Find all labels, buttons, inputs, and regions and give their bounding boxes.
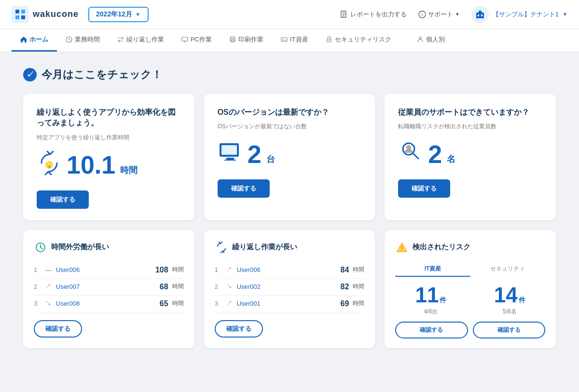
overtime-user-1[interactable]: User006 — [56, 266, 152, 273]
info-icon: i — [418, 11, 426, 18]
support-chevron-icon: ▼ — [455, 12, 460, 17]
printer-icon — [229, 36, 236, 43]
overtime-ranking-list: 1 — User006 108 時間 2 ↗ User007 68 時間 3 ↘… — [34, 262, 184, 312]
report-link[interactable]: レポートを出力する — [340, 10, 407, 19]
risk-security-sub: 5/8名 — [474, 308, 545, 316]
risk-it-col: 11 件 4/6台 — [395, 284, 466, 316]
risk-tab-it[interactable]: IT資産 — [395, 262, 470, 277]
nav-item-pc[interactable]: PC作業 — [173, 29, 221, 52]
card-employee-support-number: 2 — [428, 142, 442, 167]
overtime-user-2[interactable]: User007 — [56, 283, 156, 290]
person-icon — [417, 36, 424, 43]
check-icon: ✓ — [23, 68, 37, 81]
trend-down-icon: ↘ — [44, 299, 52, 308]
card-repeat-apps-title: 繰り返しよく使うアプリから効率化を図ってみましょう。 — [37, 107, 181, 129]
main-nav: ホーム 業務時間 繰り返し作業 PC作業 印刷作業 — [0, 29, 579, 52]
card-os-version: OSのバージョンは最新ですか？ OSバージョンが最新ではない台数 2 台 確認す… — [204, 94, 375, 220]
risk-it-sub: 4/6台 — [395, 308, 466, 316]
nav-item-individual[interactable]: 個人別 — [408, 29, 454, 52]
logo-text: wakucone — [33, 9, 79, 19]
date-label: 2022年12月 — [96, 10, 132, 19]
repeat-work-header: 繰り返し作業が長い — [215, 241, 365, 254]
repeat-user-3[interactable]: User001 — [237, 300, 337, 307]
risk-buttons: 確認する 確認する — [395, 322, 545, 338]
monitor-large-icon — [218, 139, 243, 169]
risk-security-confirm-button[interactable]: 確認する — [473, 322, 545, 338]
svg-rect-2 — [21, 10, 25, 14]
nav-item-print[interactable]: 印刷作業 — [221, 29, 272, 52]
repeat-work-confirm-button[interactable]: 確認する — [215, 320, 263, 338]
trend-up-icon-3: ↗ — [225, 299, 233, 308]
bottom-card-repeat-work: 繰り返し作業が長い 1 ↗ User006 84 時間 2 ↘ User002 … — [204, 230, 375, 348]
search-person-icon — [398, 139, 423, 169]
overtime-confirm-button[interactable]: 確認する — [34, 320, 82, 338]
main-content: ✓ 今月はここをチェック！ 繰り返しよく使うアプリから効率化を図ってみましょう。… — [0, 52, 579, 364]
card-os-version-button[interactable]: 確認する — [218, 179, 270, 198]
risk-security-col: 14 件 5/8名 — [474, 284, 545, 316]
svg-rect-18 — [182, 37, 188, 41]
bottom-card-risk: 検出されたリスク IT資産 セキュリティ 11 件 4/6台 14 件 — [385, 230, 556, 348]
card-os-version-value-row: 2 台 — [218, 139, 362, 169]
svg-rect-11 — [476, 13, 484, 18]
overtime-header: 時間外労働が長い — [34, 241, 184, 254]
card-repeat-apps-button[interactable]: 確認する — [37, 190, 89, 209]
card-employee-support-value-row: 2 名 — [398, 139, 542, 169]
repeat-user-1[interactable]: User006 — [237, 266, 337, 273]
clock-icon — [66, 36, 72, 43]
date-picker[interactable]: 2022年12月 ▼ — [88, 7, 149, 22]
svg-line-42 — [41, 247, 42, 249]
trend-up-icon-2: ↗ — [225, 266, 233, 274]
card-repeat-apps-unit: 時間 — [120, 164, 138, 176]
overtime-rank-3: 3 ↘ User008 65 時間 — [34, 296, 184, 312]
tenant-icon — [471, 6, 489, 23]
svg-rect-34 — [221, 145, 237, 155]
svg-rect-14 — [481, 14, 482, 16]
svg-rect-1 — [15, 10, 19, 14]
logo-area: wakucone — [12, 6, 79, 23]
card-employee-support: 従業員のサポートはできていますか？ 転職離職リスクが検出された従業員数 2 名 … — [385, 94, 556, 220]
svg-rect-24 — [281, 38, 287, 41]
repeat-rank-2: 2 ↘ User002 82 時間 — [215, 279, 365, 296]
svg-point-29 — [329, 40, 330, 41]
logo-icon — [12, 6, 29, 23]
svg-rect-36 — [224, 160, 236, 161]
risk-it-unit: 件 — [440, 296, 446, 305]
card-repeat-apps-subtitle: 特定アプリを使う繰り返し作業時間 — [37, 134, 181, 142]
tenant-area[interactable]: 【サンプル】テナント1 ▼ — [471, 6, 567, 23]
card-employee-support-unit: 名 — [447, 153, 455, 165]
overtime-title: 時間外労働が長い — [51, 243, 109, 252]
nav-item-home[interactable]: ホーム — [12, 29, 57, 52]
repeat-rank-1: 1 ↗ User006 84 時間 — [215, 262, 365, 279]
nav-item-repeat[interactable]: 繰り返し作業 — [109, 29, 173, 52]
card-employee-support-subtitle: 転職離職リスクが検出された従業員数 — [398, 122, 542, 131]
card-repeat-apps-value-row: 💡 10.1 時間 — [37, 150, 181, 180]
monitor-icon — [181, 36, 188, 43]
card-os-version-title: OSのバージョンは最新ですか？ — [218, 107, 362, 118]
risk-it-confirm-button[interactable]: 確認する — [395, 322, 468, 338]
repeat-user-2[interactable]: User002 — [237, 283, 337, 290]
svg-rect-23 — [231, 40, 234, 42]
overtime-user-3[interactable]: User008 — [56, 300, 156, 307]
risk-security-number: 14 — [494, 284, 518, 306]
card-os-version-unit: 台 — [266, 153, 275, 165]
repeat-rank-3: 3 ↗ User001 69 時間 — [215, 296, 365, 312]
risk-values: 11 件 4/6台 14 件 5/8名 — [395, 284, 545, 316]
bottom-card-overtime: 時間外労働が長い 1 — User006 108 時間 2 ↗ User007 … — [23, 230, 194, 348]
support-link[interactable]: i サポート ▼ — [418, 10, 460, 19]
card-employee-support-button[interactable]: 確認する — [398, 179, 450, 198]
trend-down-icon-2: ↘ — [225, 283, 233, 291]
tenant-name: 【サンプル】テナント1 — [493, 10, 559, 19]
repeat-work-ranking-list: 1 ↗ User006 84 時間 2 ↘ User002 82 時間 3 ↗ … — [215, 262, 365, 312]
card-repeat-apps: 繰り返しよく使うアプリから効率化を図ってみましょう。 特定アプリを使う繰り返し作… — [23, 94, 194, 220]
svg-line-25 — [283, 39, 284, 40]
risk-title: 検出されたリスク — [413, 243, 470, 252]
nav-item-it[interactable]: IT資産 — [272, 29, 317, 52]
document-icon — [340, 11, 348, 18]
svg-point-44 — [401, 250, 402, 251]
svg-line-39 — [413, 153, 418, 159]
top-cards-row: 繰り返しよく使うアプリから効率化を図ってみましょう。 特定アプリを使う繰り返し作… — [23, 94, 556, 220]
risk-tab-security[interactable]: セキュリティ — [470, 262, 545, 277]
nav-item-security[interactable]: セキュリティリスク — [317, 29, 400, 52]
overtime-rank-2: 2 ↗ User007 68 時間 — [34, 279, 184, 296]
nav-item-business[interactable]: 業務時間 — [57, 29, 109, 52]
